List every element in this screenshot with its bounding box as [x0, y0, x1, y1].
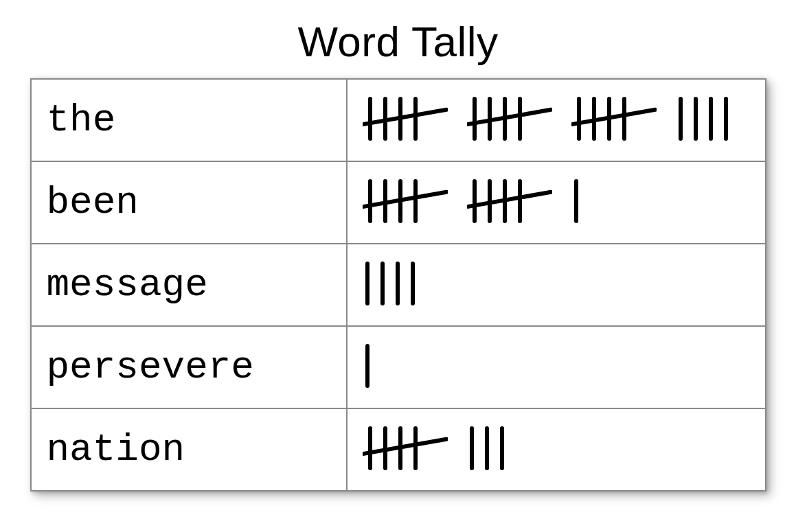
tally-cell	[347, 408, 766, 491]
tally-group-ones	[363, 261, 418, 309]
table-row: persevere	[31, 326, 766, 408]
word-cell: nation	[31, 408, 347, 491]
svg-line-23	[364, 192, 446, 207]
svg-line-28	[468, 192, 551, 207]
table-row: been	[31, 161, 766, 244]
svg-line-39	[364, 439, 446, 454]
table-row: message	[31, 244, 766, 326]
word-cell: been	[31, 161, 347, 244]
tally-group-ones	[467, 426, 507, 474]
word-cell: persevere	[31, 326, 347, 408]
tally-marks	[363, 178, 750, 227]
tally-group-five	[467, 96, 552, 144]
word-cell: message	[31, 244, 347, 326]
chart-title: Word Tally	[297, 17, 498, 66]
tally-marks	[363, 96, 750, 144]
tally-cell	[347, 244, 766, 326]
tally-table-wrap: thebeenmessageperseverenation	[30, 78, 766, 491]
tally-group-five	[467, 178, 552, 227]
tally-marks	[363, 343, 750, 391]
word-cell: the	[31, 79, 347, 161]
tally-cell	[347, 79, 766, 161]
table-row: the	[31, 79, 766, 161]
tally-marks	[363, 261, 750, 309]
table-row: nation	[31, 408, 766, 491]
tally-group-five	[363, 96, 448, 144]
tally-group-ones	[363, 343, 372, 391]
tally-marks	[363, 426, 750, 474]
tally-cell	[347, 161, 766, 244]
svg-line-4	[364, 110, 446, 124]
tally-group-five	[363, 178, 448, 227]
tally-group-ones	[571, 178, 581, 227]
tally-group-five	[363, 426, 448, 474]
svg-line-9	[468, 110, 551, 124]
svg-line-14	[573, 110, 655, 124]
tally-cell	[347, 326, 766, 408]
tally-table: thebeenmessageperseverenation	[30, 78, 766, 491]
tally-group-ones	[676, 96, 731, 144]
tally-group-five	[571, 96, 657, 144]
